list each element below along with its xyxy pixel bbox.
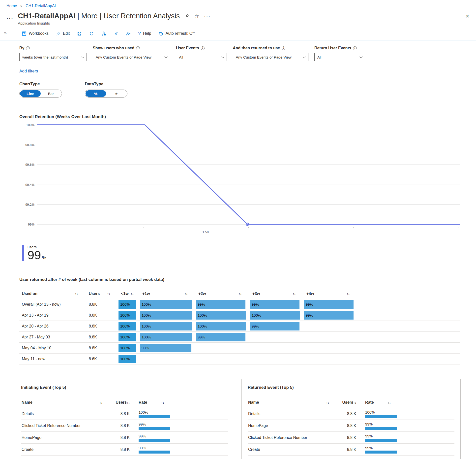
table-row[interactable]: Overall (Apr 13 - now)8.8K100%100%99%99%…: [19, 299, 460, 310]
sort-icon[interactable]: ↑↓: [131, 292, 134, 296]
users-cell: 8.8K: [86, 313, 119, 318]
save-button[interactable]: [77, 31, 82, 36]
event-name: Clicked Ticket Reference Number: [21, 424, 107, 428]
event-users: 8.8 K: [107, 447, 130, 452]
more-options-icon[interactable]: ···: [204, 13, 210, 19]
list-item[interactable]: Clicked Ticket Reference Number8.8 K99%: [21, 420, 228, 432]
auto-refresh-label: Auto refresh: Off: [166, 31, 195, 36]
retention-table-section: User returned after # of week (last colu…: [19, 277, 460, 364]
event-name: Create: [21, 447, 107, 452]
retention-table-title: User returned after # of week (last colu…: [19, 277, 460, 282]
week-cell: 100%: [140, 299, 196, 310]
column-rate: Rate: [139, 400, 147, 405]
list-item[interactable]: Clicked Ticket Reference Number8.8 K99%: [248, 432, 454, 444]
edit-button[interactable]: Edit: [56, 31, 70, 36]
list-item[interactable]: Create8.8 K99%: [248, 444, 454, 456]
close-icon[interactable]: ✕: [465, 13, 470, 19]
datatype-option-percent[interactable]: %: [86, 90, 106, 97]
retention-bar: 100%: [196, 322, 246, 330]
week-cell: [196, 343, 250, 353]
data-point-marker: [246, 223, 249, 226]
sort-icon[interactable]: ↑↓: [353, 400, 356, 404]
chevron-down-icon: [359, 55, 363, 58]
list-item[interactable]: Details8.8 K100%: [21, 408, 228, 420]
list-item[interactable]: HomePage8.8 K99%: [248, 420, 454, 432]
breadcrumb: Home > CH1-RetailAppAI: [0, 0, 476, 8]
filter-show-users-dropdown[interactable]: Any Custom Events or Page View: [93, 53, 170, 61]
table-row[interactable]: Apr 13 - Apr 198.8K100%100%100%100%99%: [19, 310, 460, 321]
table-row[interactable]: Apr 27 - May 038.8K100%100%99%: [19, 332, 460, 343]
toggle-row: ChartType Line Bar DataType % #: [19, 82, 476, 98]
list-item[interactable]: Details8.8 K100%: [248, 408, 454, 420]
sort-icon[interactable]: ↑↓: [161, 400, 164, 404]
x-axis-tick: [91, 227, 91, 228]
week-cell: 100%: [119, 321, 140, 331]
charttype-toggle: Line Bar: [19, 90, 62, 98]
list-item[interactable]: Clicked Create New Ticket Button8.8 K99%: [248, 456, 454, 459]
breadcrumb-app-link[interactable]: CH1-RetailAppAI: [26, 4, 56, 8]
filter-returned-to-use-dropdown[interactable]: Any Custom Events or Page View: [233, 53, 308, 61]
refresh-icon: [89, 31, 94, 36]
event-rate: 100%: [130, 410, 228, 418]
y-tick-label: 99.8%: [20, 143, 34, 147]
legend-color-bar: [22, 245, 24, 261]
pin-icon[interactable]: [185, 14, 189, 18]
initiating-event-title: Initiating Event (Top 5): [21, 385, 228, 390]
x-axis-tick: [248, 227, 249, 228]
returned-event-card: Returned Event (Top 5) Name↑↓ Users↑↓ Ra…: [241, 379, 461, 459]
breadcrumb-separator-icon: >: [20, 4, 22, 8]
list-item[interactable]: Clicked Create New Ticket Button8.8 K99%: [21, 456, 228, 459]
page-title: CH1-RetailAppAI | More | User Retention …: [18, 12, 180, 20]
add-filters-link[interactable]: Add filters: [19, 69, 38, 74]
table-row[interactable]: May 11 - now8.6K100%: [19, 354, 460, 364]
retention-bar: 99%: [250, 322, 299, 330]
sort-icon[interactable]: ↑↓: [127, 400, 130, 404]
refresh-button[interactable]: [89, 31, 94, 36]
sort-icon[interactable]: ↑↓: [238, 292, 241, 296]
charttype-option-bar[interactable]: Bar: [41, 90, 61, 97]
datatype-option-count[interactable]: #: [106, 90, 127, 97]
sort-icon[interactable]: ↑↓: [184, 292, 187, 296]
returned-event-body: Details8.8 K100%HomePage8.8 K99%Clicked …: [248, 408, 454, 459]
datatype-toggle: % #: [85, 90, 127, 98]
table-row[interactable]: May 04 - May 108.8K100%99%: [19, 343, 460, 354]
sort-icon[interactable]: ↑↓: [347, 292, 350, 296]
pin-to-dashboard-button[interactable]: [114, 31, 118, 36]
collapse-panel-icon[interactable]: »: [4, 30, 7, 36]
event-users: 8.8 K: [333, 435, 356, 440]
chart-legend: users 99%: [22, 245, 476, 261]
feedback-button[interactable]: [126, 31, 131, 36]
retention-bar: 100%: [250, 311, 300, 320]
charttype-option-line[interactable]: Line: [20, 90, 41, 97]
favorite-star-icon[interactable]: ☆: [194, 13, 199, 19]
list-item[interactable]: HomePage8.8 K99%: [21, 432, 228, 444]
overflow-menu-icon[interactable]: …: [6, 14, 18, 19]
retention-bar: 100%: [119, 311, 136, 320]
x-axis-tick: [196, 227, 196, 228]
list-item[interactable]: Create8.8 K99%: [21, 444, 228, 456]
retention-bar: 99%: [196, 333, 245, 341]
y-tick-label: 99.6%: [20, 163, 34, 166]
chevron-down-icon: [81, 55, 84, 58]
title-bar: … CH1-RetailAppAI | More | User Retentio…: [0, 12, 476, 20]
workbooks-button[interactable]: Workbooks: [22, 31, 49, 36]
filter-user-events-dropdown[interactable]: All: [176, 53, 227, 61]
rate-bar: [139, 451, 170, 454]
event-name: Clicked Ticket Reference Number: [248, 435, 333, 440]
table-row[interactable]: Apr 20 - Apr 268.8K100%100%100%99%: [19, 321, 460, 332]
sort-icon[interactable]: ↑↓: [388, 400, 391, 404]
event-rate: 99%: [130, 422, 228, 430]
sort-icon[interactable]: ↑↓: [75, 292, 78, 296]
sort-icon[interactable]: ↑↓: [326, 400, 329, 404]
week-cell: [250, 332, 304, 342]
used-on-cell: Apr 13 - Apr 19: [19, 313, 86, 318]
auto-refresh-button[interactable]: Auto refresh: Off: [159, 31, 195, 36]
sort-icon[interactable]: ↑↓: [99, 400, 102, 404]
help-button[interactable]: ? Help: [138, 31, 151, 36]
breadcrumb-home-link[interactable]: Home: [6, 4, 17, 8]
share-button[interactable]: [101, 31, 106, 36]
sort-icon[interactable]: ↑↓: [107, 292, 110, 296]
filter-return-user-events-dropdown[interactable]: All: [314, 53, 365, 61]
sort-icon[interactable]: ↑↓: [293, 292, 296, 296]
filter-by-dropdown[interactable]: weeks (over the last month): [19, 53, 87, 61]
